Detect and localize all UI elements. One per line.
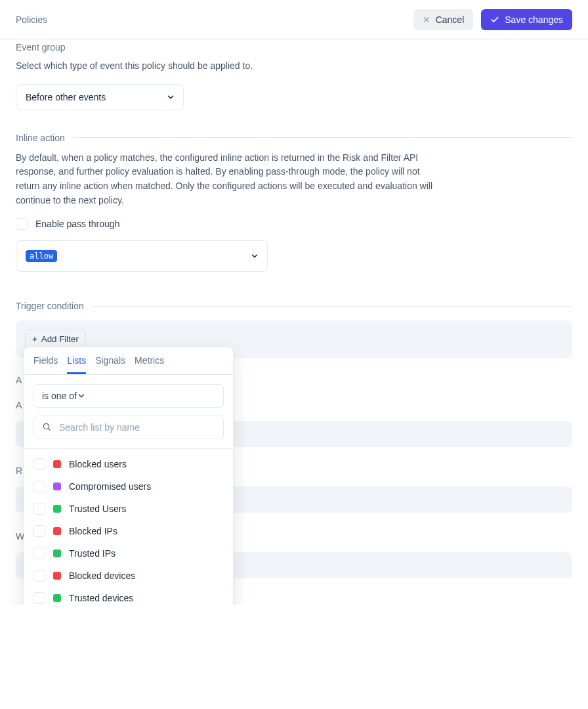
event-group-section: Event group Select which type of event t… [16,42,572,110]
color-swatch [53,505,61,513]
list-item[interactable]: Blocked users [24,453,233,475]
list-item-checkbox[interactable] [33,481,45,492]
save-button[interactable]: Save changes [481,9,572,30]
list-item[interactable]: Blocked IPs [24,520,233,542]
filter-popover: Fields Lists Signals Metrics is one of B… [24,347,234,605]
section-divider [73,137,572,138]
add-filter-label: Add Filter [41,334,79,344]
chevron-down-icon [77,391,86,400]
cancel-button[interactable]: ✕ Cancel [413,9,474,30]
tab-signals[interactable]: Signals [95,355,125,374]
tab-metrics[interactable]: Metrics [135,355,164,374]
header-actions: ✕ Cancel Save changes [413,9,572,30]
list-item-checkbox[interactable] [33,525,45,537]
list-item[interactable]: Trusted IPs [24,542,233,565]
popover-tabs: Fields Lists Signals Metrics [24,347,233,374]
list-item-label: Blocked users [69,459,127,469]
list-item-label: Blocked devices [69,570,135,581]
operator-select[interactable]: is one of [33,384,224,408]
list-item-label: Blocked IPs [69,526,117,536]
list-item-label: Trusted devices [69,593,133,603]
save-button-label: Save changes [505,14,563,25]
list-item[interactable]: Trusted devices [24,587,233,605]
color-swatch [53,572,61,580]
color-swatch [53,483,61,490]
inline-action-select[interactable]: allow [16,240,268,272]
section-divider [92,306,572,307]
event-group-label: Event group [16,42,572,53]
list-item-checkbox[interactable] [33,570,45,582]
pass-through-checkbox[interactable] [16,218,28,230]
svg-point-0 [43,423,49,429]
plus-icon: + [32,335,37,343]
list-item[interactable]: Blocked devices [24,565,233,587]
allow-badge: allow [26,250,57,262]
inline-action-label: Inline action [16,133,65,143]
list-item-checkbox[interactable] [33,592,45,604]
svg-line-1 [49,428,51,430]
list-item-checkbox[interactable] [33,503,45,515]
search-input[interactable] [58,421,215,433]
obscured-label: A [16,375,22,385]
close-icon: ✕ [423,15,430,24]
tab-lists[interactable]: Lists [67,355,86,374]
tab-fields[interactable]: Fields [33,355,58,374]
event-group-selected: Before other events [26,92,106,102]
inline-action-section: Inline action By default, when a policy … [16,133,572,272]
obscured-label: R [16,465,22,476]
list-item[interactable]: Trusted Users [24,498,233,520]
event-group-desc: Select which type of event this policy s… [16,59,436,74]
operator-value: is one of [42,391,77,401]
color-swatch [53,594,61,602]
list-item-label: Trusted IPs [69,548,116,559]
color-swatch [53,460,61,468]
list-item-checkbox[interactable] [33,458,45,470]
color-swatch [53,527,61,535]
list-item[interactable]: Compromised users [24,475,233,498]
list-options: Blocked usersCompromised usersTrusted Us… [24,448,233,605]
obscured-label: A [16,400,22,410]
list-item-label: Compromised users [69,481,151,492]
page-header: Policies ✕ Cancel Save changes [0,0,588,39]
trigger-label: Trigger condition [16,301,84,311]
page-title: Policies [16,14,47,25]
list-item-checkbox[interactable] [33,548,45,559]
list-search[interactable] [33,416,224,439]
cancel-button-label: Cancel [436,14,465,25]
pass-through-label: Enable pass through [35,219,119,229]
search-icon [42,422,51,433]
color-swatch [53,549,61,557]
chevron-down-icon [250,251,259,261]
list-item-label: Trusted Users [69,504,126,514]
chevron-down-icon [166,93,175,102]
check-icon [490,15,499,24]
inline-action-desc: By default, when a policy matches, the c… [16,151,436,208]
event-group-select[interactable]: Before other events [16,84,184,110]
